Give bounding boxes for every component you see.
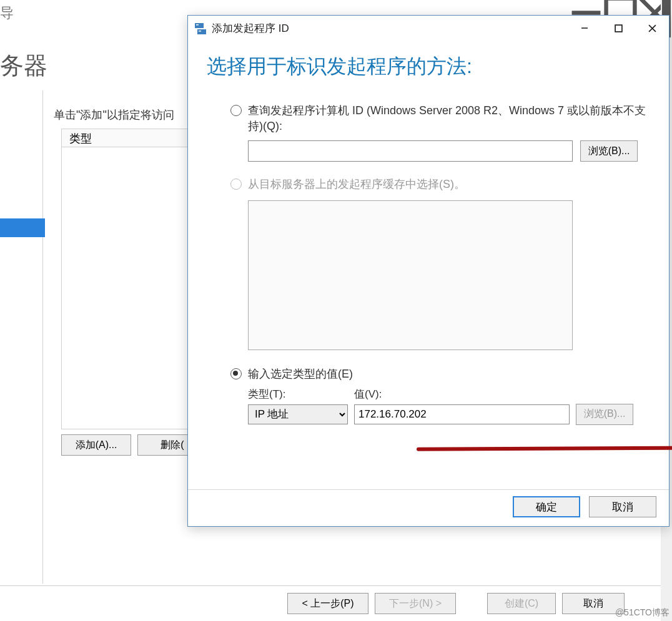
option-from-cache: 从目标服务器上的发起程序缓存中选择(S)。 (230, 177, 650, 192)
option-enter-value[interactable]: 输入选定类型的值(E) (230, 366, 650, 382)
radio-from-cache (230, 178, 242, 190)
bg-button-row: 添加(A)... 删除( (61, 434, 207, 456)
query-id-input[interactable] (248, 140, 573, 162)
dialog-footer-divider (188, 489, 669, 490)
option-query-id-label: 查询发起程序计算机 ID (Windows Server 2008 R2、Win… (248, 103, 650, 134)
query-id-row: 浏览(B)... (248, 140, 650, 162)
bg-footer-divider (0, 585, 672, 586)
dialog-cancel-button[interactable]: 取消 (589, 496, 656, 517)
bg-column-header-type: 类型 (62, 129, 99, 148)
bg-footer: < 上一步(P) 下一步(N) > 创建(C) 取消 (287, 593, 625, 614)
add-initiator-id-dialog: 添加发起程序 ID 选择用于标识发起程序的方法: 查询发起程序计算机 ID (W… (187, 15, 670, 527)
value-label: 值(V): (354, 387, 382, 401)
svg-rect-6 (196, 24, 199, 26)
add-button[interactable]: 添加(A)... (61, 434, 131, 456)
svg-rect-7 (199, 31, 201, 32)
next-step-button: 下一步(N) > (375, 593, 456, 614)
option-enter-value-block: 输入选定类型的值(E) 类型(T): 值(V): IP 地址 浏览(B)... (230, 366, 650, 425)
type-value-labels: 类型(T): 值(V): (248, 387, 650, 401)
dialog-titlebar: 添加发起程序 ID (188, 16, 669, 41)
cache-listbox (248, 200, 573, 350)
red-annotation-underline (417, 445, 672, 451)
bg-vertical-divider (42, 90, 43, 584)
dialog-title: 添加发起程序 ID (212, 21, 289, 36)
query-id-browse-button[interactable]: 浏览(B)... (580, 140, 638, 162)
type-value-inputs: IP 地址 浏览(B)... (248, 404, 650, 425)
svg-rect-5 (197, 29, 206, 34)
bg-title-text: 导 (0, 4, 14, 22)
value-browse-button: 浏览(B)... (576, 404, 633, 425)
svg-rect-9 (615, 25, 622, 32)
option-enter-value-label: 输入选定类型的值(E) (248, 366, 353, 382)
radio-query-id[interactable] (230, 105, 242, 116)
dialog-maximize-button[interactable] (601, 16, 635, 40)
server-icon (193, 21, 208, 36)
ok-button[interactable]: 确定 (513, 496, 580, 517)
type-select[interactable]: IP 地址 (248, 404, 348, 424)
bg-sidebar-selection[interactable] (0, 218, 45, 237)
prev-step-button[interactable]: < 上一步(P) (287, 593, 368, 614)
dialog-heading: 选择用于标识发起程序的方法: (207, 53, 650, 81)
dialog-body: 选择用于标识发起程序的方法: 查询发起程序计算机 ID (Windows Ser… (188, 41, 669, 425)
bg-instruction: 单击"添加"以指定将访问 (54, 107, 174, 122)
radio-enter-value[interactable] (230, 368, 242, 379)
watermark: @51CTO博客 (615, 607, 670, 619)
dialog-minimize-button[interactable] (568, 16, 601, 40)
dialog-close-button[interactable] (635, 16, 669, 40)
svg-rect-4 (195, 23, 204, 28)
option-group: 查询发起程序计算机 ID (Windows Server 2008 R2、Win… (230, 103, 650, 425)
option-from-cache-label: 从目标服务器上的发起程序缓存中选择(S)。 (248, 177, 465, 192)
type-label: 类型(T): (248, 387, 354, 401)
dialog-footer: 确定 取消 (513, 496, 656, 517)
create-button: 创建(C) (487, 593, 556, 614)
option-query-id[interactable]: 查询发起程序计算机 ID (Windows Server 2008 R2、Win… (230, 103, 650, 134)
bg-heading: 务器 (0, 50, 47, 82)
value-input[interactable] (354, 404, 570, 424)
